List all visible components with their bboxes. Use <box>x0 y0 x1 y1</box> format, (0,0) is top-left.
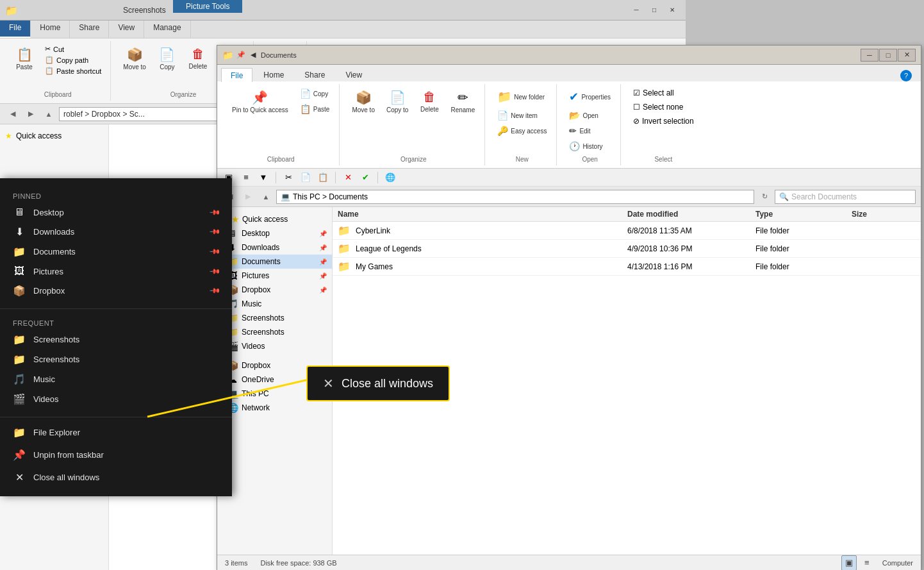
docs-maximize-btn[interactable]: □ <box>879 49 897 62</box>
bg-delete-btn[interactable]: 🗑 Delete <box>184 44 212 88</box>
docs-close-btn[interactable]: ✕ <box>898 49 916 62</box>
jump-file-explorer-btn[interactable]: 📁 File Explorer <box>0 421 232 444</box>
bg-back-btn[interactable]: ◀ <box>5 106 21 122</box>
jump-documents-label: Documents <box>33 247 202 256</box>
bg-sidebar-quickaccess[interactable]: ★ Quick access <box>0 130 108 142</box>
docs-tab-home[interactable]: Home <box>254 67 293 81</box>
bg-up-btn[interactable]: ▲ <box>41 106 56 122</box>
docs-quick-access-icon: 📌 <box>236 51 245 59</box>
jump-item-videos[interactable]: 🎬 Videos <box>0 389 232 409</box>
annotation-x-icon: ✕ <box>323 376 334 391</box>
docs-copy-icon-btn[interactable]: 📄 <box>298 170 313 185</box>
docs-tab-file[interactable]: File <box>221 68 252 82</box>
docs-pin-btn[interactable]: 📌 Pin to Quick access <box>227 87 293 153</box>
jump-item-screenshots2[interactable]: 📁 Screenshots <box>0 349 232 369</box>
bg-minimize-btn[interactable]: ─ <box>628 4 645 17</box>
docs-view-list-btn[interactable]: ≡ <box>859 555 875 571</box>
docs-sidebar-screenshots2[interactable]: 📁 Screenshots <box>217 325 332 339</box>
bg-tab-file[interactable]: File <box>0 21 31 38</box>
docs-quickaccess-header[interactable]: ▼ ★ Quick access <box>217 212 332 226</box>
jump-item-pictures[interactable]: 🖼 Pictures 📌 <box>0 262 232 281</box>
folder-icon-lol: 📁 <box>338 242 351 255</box>
docs-invertsel-btn[interactable]: ⊘ Invert selection <box>629 115 698 128</box>
docs-col-type[interactable]: Type <box>755 210 852 219</box>
docs-paste-icon-btn[interactable]: 📋 <box>315 170 331 185</box>
docs-sidebar-network[interactable]: 🌐 Network <box>217 401 332 415</box>
docs-copyto-btn[interactable]: 📄 Copy to <box>382 87 413 153</box>
docs-open-btn[interactable]: 📂 Open <box>565 108 615 122</box>
table-row[interactable]: 📁 League of Legends 4/9/2018 10:36 PM Fi… <box>333 240 921 258</box>
jump-item-dropbox[interactable]: 📦 Dropbox 📌 <box>0 281 232 301</box>
bg-maximize-btn[interactable]: □ <box>646 4 663 17</box>
docs-paste-btn[interactable]: 📋 Paste <box>295 102 334 116</box>
jump-music-label: Music <box>33 374 219 384</box>
jump-item-desktop[interactable]: 🖥 Desktop 📌 <box>0 203 232 222</box>
documents-pin-icon: 📌 <box>319 258 327 265</box>
bg-cut-btn[interactable]: ✂ Cut <box>41 44 105 54</box>
docs-edit-btn[interactable]: ✏ Edit <box>565 124 615 138</box>
docs-cut-icon-btn[interactable]: ✂ <box>281 170 296 185</box>
jump-item-documents[interactable]: 📁 Documents 📌 <box>0 242 232 262</box>
docs-history-btn[interactable]: 🕐 History <box>565 139 615 153</box>
folder-icon-mygames: 📁 <box>338 260 351 272</box>
docs-moveto-btn[interactable]: 📦 Move to <box>347 87 379 153</box>
docs-sidebar-desktop[interactable]: 🖥 Desktop 📌 <box>217 226 332 240</box>
docs-tab-view[interactable]: View <box>336 67 372 81</box>
table-row[interactable]: 📁 My Games 4/13/2018 1:16 PM File folder <box>333 258 921 276</box>
bg-pasteshortcut-btn[interactable]: 📋 Paste shortcut <box>41 65 105 76</box>
docs-refresh-btn[interactable]: ↻ <box>757 189 772 205</box>
bg-tab-manage[interactable]: Manage <box>144 21 190 38</box>
docs-sidebar-videos[interactable]: 🎬 Videos <box>217 339 332 353</box>
docs-view-grid-btn[interactable]: ▣ <box>841 555 857 571</box>
docs-copy-btn[interactable]: 📄 Copy <box>295 87 334 101</box>
docs-selectnone-btn[interactable]: ☐ Select none <box>629 101 698 113</box>
docs-clipboard-inner: 📌 Pin to Quick access 📄 Copy 📋 Paste <box>227 87 334 153</box>
jump-unpin-btn[interactable]: 📌 Unpin from taskbar <box>0 444 232 466</box>
bg-copypath-btn[interactable]: 📋 Copy path <box>41 54 105 65</box>
docs-sidebar-pictures[interactable]: 🖼 Pictures 📌 <box>217 269 332 283</box>
bg-forward-btn[interactable]: ▶ <box>23 106 38 122</box>
docs-properties-btn[interactable]: ✔ Properties <box>565 87 615 107</box>
docs-tab-share[interactable]: Share <box>295 67 334 81</box>
docs-selectall-btn[interactable]: ☑ Select all <box>629 87 698 99</box>
docs-address-bar[interactable]: 💻 This PC > Documents <box>276 190 754 204</box>
docs-up-btn[interactable]: ▲ <box>258 189 274 205</box>
docs-forward-btn[interactable]: ▶ <box>240 189 256 205</box>
jump-item-screenshots1[interactable]: 📁 Screenshots <box>0 330 232 349</box>
docs-easyaccess-btn[interactable]: 🔑 Easy access <box>493 124 551 138</box>
docs-sidebar-screenshots1[interactable]: 📁 Screenshots <box>217 311 332 325</box>
docs-sidebar-music[interactable]: 🎵 Music <box>217 297 332 311</box>
bg-tab-share[interactable]: Share <box>70 21 109 38</box>
docs-delete-icon-btn[interactable]: ✕ <box>340 170 356 185</box>
docs-sidebar-dropbox[interactable]: 📦 Dropbox 📌 <box>217 283 332 297</box>
docs-view-arrow-btn[interactable]: ▼ <box>256 170 271 185</box>
docs-sidebar-downloads[interactable]: ⬇ Downloads 📌 <box>217 240 332 255</box>
bg-moveto-btn[interactable]: 📦 Move to <box>119 44 151 88</box>
docs-newfolder-btn[interactable]: 📁 New folder <box>493 87 551 107</box>
docs-newitem-btn[interactable]: 📄 New item <box>493 108 551 122</box>
docs-col-size[interactable]: Size <box>852 210 916 219</box>
jump-item-music[interactable]: 🎵 Music <box>0 369 232 389</box>
table-row[interactable]: 📁 CyberLink 6/8/2018 11:35 AM File folde… <box>333 222 921 240</box>
bg-close-btn[interactable]: ✕ <box>664 4 681 17</box>
this-pc-icon: 💻 <box>281 192 290 201</box>
docs-sidebar-thispc-label: This PC <box>242 389 269 398</box>
docs-search-bar[interactable]: 🔍 Search Documents <box>775 190 916 204</box>
docs-col-modified[interactable]: Date modified <box>627 210 755 219</box>
bg-paste-btn[interactable]: 📋 Paste <box>10 44 38 88</box>
jump-close-all-btn[interactable]: ✕ Close all windows <box>0 466 232 489</box>
bg-tab-home[interactable]: Home <box>31 21 70 38</box>
bg-copyto-btn[interactable]: 📄 Copy <box>153 44 181 88</box>
jump-item-downloads[interactable]: ⬇ Downloads 📌 <box>0 222 232 242</box>
docs-check-icon-btn[interactable]: ✔ <box>358 170 373 185</box>
docs-delete-btn[interactable]: 🗑 Delete <box>415 87 443 153</box>
docs-sidebar-documents[interactable]: 📁 Documents 📌 <box>217 255 332 269</box>
docs-minimize-btn[interactable]: ─ <box>861 49 879 62</box>
docs-newitem-icon: 📄 <box>497 110 508 121</box>
docs-col-name[interactable]: Name <box>338 210 627 219</box>
docs-details-view-btn[interactable]: ≡ <box>238 170 254 185</box>
docs-globe-icon-btn[interactable]: 🌐 <box>383 170 398 185</box>
docs-rename-btn[interactable]: ✏ Rename <box>446 87 479 153</box>
bg-tab-view[interactable]: View <box>109 21 144 38</box>
docs-help-btn[interactable]: ? <box>900 70 912 81</box>
